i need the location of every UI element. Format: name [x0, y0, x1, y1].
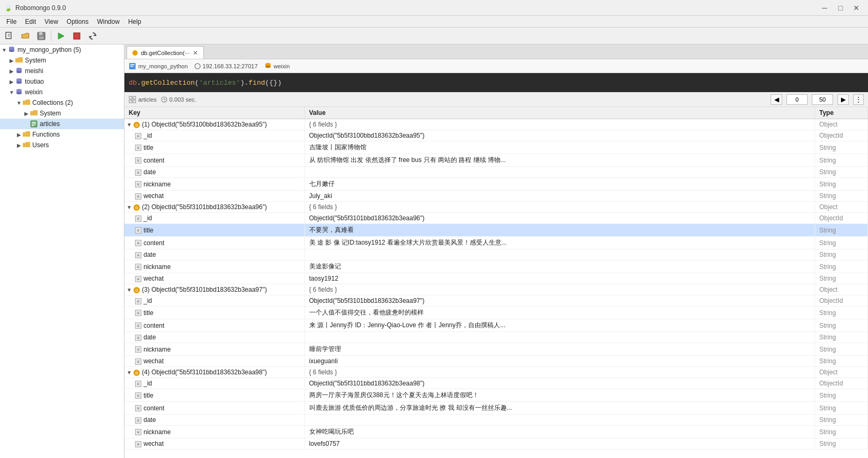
sidebar-item-system2[interactable]: ▶ System	[0, 108, 124, 119]
field-badge-icon: ≡	[135, 392, 141, 399]
table-row[interactable]: ≡dateString	[124, 332, 868, 343]
table-row[interactable]: ≡dateString	[124, 167, 868, 178]
table-row[interactable]: ▼o(3) ObjectId("5b5f3101bbd183632b3eaa97…	[124, 284, 868, 295]
users-toggle[interactable]: ▶	[16, 142, 22, 148]
key-text: content	[144, 405, 164, 412]
table-row[interactable]: ≡nickname七月嫩仔String	[124, 178, 868, 191]
cell-type: String	[815, 343, 868, 356]
sidebar-item-collections[interactable]: ▼ Collections (2)	[0, 97, 124, 108]
sidebar-item-users[interactable]: ▶ Users	[0, 140, 124, 150]
svg-rect-35	[129, 100, 132, 103]
meishi-toggle[interactable]: ▶	[8, 68, 15, 74]
table-row[interactable]: ≡wechattaosy1912String	[124, 273, 868, 284]
nav-prev-btn[interactable]: ◀	[771, 94, 782, 105]
conn-ip-label: 192.168.33.12:27017	[203, 63, 258, 69]
cell-value: 睡前学管理	[305, 343, 815, 356]
toutiao-toggle[interactable]: ▶	[8, 79, 15, 85]
table-row[interactable]: ▼o(4) ObjectId("5b5f3101bbd183632b3eaa98…	[124, 367, 868, 378]
table-row[interactable]: ≡wechatlovefs0757String	[124, 438, 868, 450]
cell-value	[305, 167, 815, 178]
limit-input[interactable]	[812, 94, 833, 105]
root-toggle[interactable]: ▼	[1, 47, 7, 53]
query-str: 'articles'	[199, 79, 240, 87]
cell-key: ≡title	[124, 224, 305, 237]
sidebar-item-articles[interactable]: ▶ articles	[0, 119, 124, 129]
table-row[interactable]: ≡nickname女神吃喝玩乐吧String	[124, 426, 868, 438]
table-row[interactable]: ≡_idObjectId("5b5f3101bbd183632b3eaa97")…	[124, 295, 868, 307]
table-row[interactable]: ≡_idObjectId("5b5f3101bbd183632b3eaa96")…	[124, 213, 868, 224]
tab-close-btn[interactable]: ✕	[193, 49, 198, 57]
system2-toggle[interactable]: ▶	[23, 111, 30, 116]
cell-key: ≡nickname	[124, 343, 305, 356]
table-row[interactable]: ▼o(2) ObjectId("5b5f3101bbd183632b3eaa96…	[124, 202, 868, 213]
expand-arrow[interactable]: ▼	[127, 287, 132, 293]
sidebar-item-system1[interactable]: ▶ System	[0, 55, 124, 66]
table-row[interactable]: ▼o(1) ObjectId("5b5f3100bbd183632b3eaa95…	[124, 119, 868, 130]
table-row[interactable]: ≡content从 纺织博物馆 出发 依然选择了 free bus 只有 两站的…	[124, 154, 868, 167]
menu-view[interactable]: View	[40, 17, 62, 26]
system1-toggle[interactable]: ▶	[8, 58, 15, 64]
table-row[interactable]: ≡dateString	[124, 249, 868, 261]
field-badge-icon: ≡	[135, 227, 141, 234]
sidebar-item-weixin[interactable]: ▼ weixin	[0, 87, 124, 97]
toolbar-new-btn[interactable]	[2, 29, 17, 43]
functions-toggle[interactable]: ▶	[16, 132, 22, 138]
sidebar-item-functions[interactable]: ▶ Functions	[0, 129, 124, 140]
toolbar-stop-btn[interactable]	[69, 29, 84, 43]
collections-label: Collections (2)	[32, 99, 73, 106]
weixin-toggle[interactable]: ▼	[8, 89, 15, 95]
table-row[interactable]: ≡wechatixueguanliString	[124, 356, 868, 367]
table-row[interactable]: ≡title吉隆坡丨国家博物馆String	[124, 141, 868, 154]
data-table: Key Value Type ▼o(1) ObjectId("5b5f3100b…	[124, 107, 868, 458]
svg-point-18	[16, 82, 22, 84]
table-row[interactable]: ≡content叫鹿去旅游 优质低价的周边游，分享旅途时光 撩 我 却没有一丝丝…	[124, 402, 868, 415]
menu-file[interactable]: File	[2, 17, 21, 26]
table-row[interactable]: ≡title两房一厅亲子海景房仅388元！这个夏天去海上林语度假吧！String	[124, 389, 868, 402]
table-row[interactable]: ≡nickname睡前学管理String	[124, 343, 868, 356]
nav-next-btn[interactable]: ▶	[837, 94, 849, 105]
nav-settings-btn[interactable]: ⋮	[853, 94, 864, 105]
results-time-info: 0.003 sec.	[161, 96, 196, 103]
table-row[interactable]: ≡nickname美途影像记String	[124, 261, 868, 273]
cell-type: ObjectId	[815, 378, 868, 389]
table-row[interactable]: ≡content来 源丨Jenny乔 ID：Jenny-Qiao-Love 作 …	[124, 319, 868, 332]
menu-help[interactable]: Help	[124, 17, 146, 26]
table-row[interactable]: ≡content美 途 影 像 记ID:taosy1912 看遍全球大片欣赏最美…	[124, 237, 868, 249]
cell-type: String	[815, 273, 868, 284]
sidebar-item-meishi[interactable]: ▶ meishi	[0, 66, 124, 76]
toolbar-run-btn[interactable]	[53, 29, 68, 43]
table-row[interactable]: ≡wechatJuly_akiString	[124, 191, 868, 202]
query-editor[interactable]: db.getCollection('articles').find({})	[124, 73, 868, 92]
key-text: content	[144, 322, 164, 329]
collections-toggle[interactable]: ▼	[16, 100, 22, 106]
field-badge-icon: ≡	[135, 322, 141, 329]
expand-arrow[interactable]: ▼	[127, 122, 132, 128]
table-row[interactable]: ≡dateString	[124, 415, 868, 426]
toolbar-save-btn[interactable]	[34, 29, 49, 43]
expand-arrow[interactable]: ▼	[127, 204, 132, 210]
query-text: db	[129, 79, 137, 87]
cell-value: ixueguanli	[305, 356, 815, 367]
field-badge-icon: ≡	[135, 181, 141, 187]
close-button[interactable]: ✕	[849, 3, 864, 13]
table-row[interactable]: ≡title一个人值不值得交往，看他疲惫时的模样String	[124, 307, 868, 319]
maximize-button[interactable]: □	[833, 3, 848, 13]
cell-type: Object	[815, 202, 868, 213]
menu-edit[interactable]: Edit	[21, 17, 40, 26]
minimize-button[interactable]: ─	[817, 3, 832, 13]
table-row[interactable]: ≡title不要哭，真难看String	[124, 224, 868, 237]
active-tab[interactable]: db.getCollection(··· ✕	[127, 46, 204, 59]
page-input[interactable]	[786, 94, 808, 105]
sidebar-item-root[interactable]: ▼ my_mongo_python (5)	[0, 44, 124, 55]
menu-window[interactable]: Window	[93, 17, 124, 26]
field-badge-icon: ≡	[135, 381, 141, 387]
expand-arrow[interactable]: ▼	[127, 370, 132, 375]
menu-options[interactable]: Options	[62, 17, 93, 26]
svg-line-39	[164, 100, 166, 100]
sidebar-item-toutiao[interactable]: ▶ toutiao	[0, 76, 124, 87]
field-badge-icon: ≡	[135, 298, 141, 304]
toolbar-open-btn[interactable]	[18, 29, 33, 43]
toolbar-refresh-btn[interactable]	[85, 29, 100, 43]
table-row[interactable]: ≡_idObjectId("5b5f3100bbd183632b3eaa95")…	[124, 130, 868, 141]
table-row[interactable]: ≡_idObjectId("5b5f3101bbd183632b3eaa98")…	[124, 378, 868, 389]
